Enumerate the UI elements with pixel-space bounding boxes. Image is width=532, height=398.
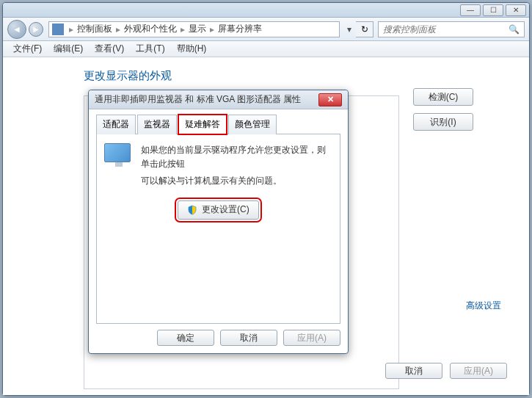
minimize-button[interactable]: — bbox=[460, 4, 481, 16]
address-dropdown-icon[interactable]: ▾ bbox=[343, 24, 356, 35]
side-panel: 检测(C) 识别(I) bbox=[413, 88, 509, 138]
breadcrumb-sep-icon: ▸ bbox=[208, 24, 216, 35]
detect-button[interactable]: 检测(C) bbox=[413, 88, 473, 106]
window-titlebar: — ☐ ✕ bbox=[3, 3, 529, 18]
maximize-button[interactable]: ☐ bbox=[483, 4, 503, 16]
monitor-icon bbox=[104, 143, 134, 170]
troubleshoot-text: 如果您的当前显示驱动程序允许您更改设置，则单击此按钮 可以解决与计算机显示有关的… bbox=[134, 143, 332, 314]
navigation-bar: ◄ ► ▸ 控制面板 ▸ 外观和个性化 ▸ 显示 ▸ 屏幕分辨率 ▾ ↻ 🔍 bbox=[3, 18, 529, 41]
tab-color-management[interactable]: 颜色管理 bbox=[228, 115, 277, 134]
tab-adapter[interactable]: 适配器 bbox=[96, 115, 136, 134]
tab-monitor[interactable]: 监视器 bbox=[137, 115, 177, 134]
dialog-title: 通用非即插即用监视器 和 标准 VGA 图形适配器 属性 bbox=[95, 93, 318, 106]
menu-bar: 文件(F) 编辑(E) 查看(V) 工具(T) 帮助(H) bbox=[3, 41, 529, 57]
refresh-button[interactable]: ↻ bbox=[356, 21, 374, 37]
tab-troubleshoot[interactable]: 疑难解答 bbox=[178, 115, 227, 134]
menu-file[interactable]: 文件(F) bbox=[7, 43, 48, 55]
breadcrumb-item[interactable]: 外观和个性化 bbox=[123, 23, 178, 35]
breadcrumb-item[interactable]: 控制面板 bbox=[76, 23, 114, 35]
dialog-button-row: 确定 取消 应用(A) bbox=[96, 324, 340, 346]
tab-content: 如果您的当前显示驱动程序允许您更改设置，则单击此按钮 可以解决与计算机显示有关的… bbox=[96, 134, 340, 324]
page-button-row: 取消 应用(A) bbox=[385, 363, 507, 379]
menu-view[interactable]: 查看(V) bbox=[89, 43, 130, 55]
page-title: 更改显示器的外观 bbox=[84, 69, 514, 83]
page-apply-button: 应用(A) bbox=[450, 363, 507, 379]
page-cancel-button[interactable]: 取消 bbox=[385, 363, 442, 379]
uac-shield-icon bbox=[187, 205, 197, 215]
menu-edit[interactable]: 编辑(E) bbox=[48, 43, 89, 55]
search-box[interactable]: 🔍 bbox=[378, 21, 525, 37]
dialog-ok-button[interactable]: 确定 bbox=[157, 330, 214, 346]
identify-button[interactable]: 识别(I) bbox=[413, 113, 473, 131]
dialog-body: 适配器 监视器 疑难解答 颜色管理 如果您的当前显示驱动程序允许您更改设置，则单… bbox=[89, 109, 348, 353]
properties-dialog: 通用非即插即用监视器 和 标准 VGA 图形适配器 属性 ✕ 适配器 监视器 疑… bbox=[88, 90, 349, 354]
dialog-titlebar: 通用非即插即用监视器 和 标准 VGA 图形适配器 属性 ✕ bbox=[89, 90, 348, 109]
breadcrumb-sep-icon: ▸ bbox=[67, 24, 76, 35]
search-input[interactable] bbox=[383, 24, 509, 35]
menu-tools[interactable]: 工具(T) bbox=[130, 43, 170, 55]
dialog-apply-button: 应用(A) bbox=[283, 330, 340, 346]
search-icon[interactable]: 🔍 bbox=[509, 24, 520, 35]
nav-back-button[interactable]: ◄ bbox=[7, 20, 26, 39]
change-settings-label: 更改设置(C) bbox=[202, 203, 249, 217]
nav-forward-button[interactable]: ► bbox=[29, 22, 43, 37]
breadcrumb-sep-icon: ▸ bbox=[178, 24, 187, 35]
help-line-1: 如果您的当前显示驱动程序允许您更改设置，则单击此按钮 bbox=[141, 143, 332, 171]
advanced-settings-link[interactable]: 高级设置 bbox=[466, 300, 501, 312]
close-button[interactable]: ✕ bbox=[506, 4, 526, 16]
breadcrumb-sep-icon: ▸ bbox=[114, 24, 123, 35]
address-bar[interactable]: ▸ 控制面板 ▸ 外观和个性化 ▸ 显示 ▸ 屏幕分辨率 bbox=[48, 21, 340, 37]
breadcrumb-item[interactable]: 屏幕分辨率 bbox=[216, 23, 263, 35]
help-line-2: 可以解决与计算机显示有关的问题。 bbox=[141, 174, 332, 188]
change-settings-button[interactable]: 更改设置(C) bbox=[178, 200, 259, 220]
menu-help[interactable]: 帮助(H) bbox=[171, 43, 213, 55]
dialog-close-button[interactable]: ✕ bbox=[318, 93, 342, 106]
control-panel-icon bbox=[52, 23, 64, 35]
breadcrumb-item[interactable]: 显示 bbox=[187, 23, 208, 35]
dialog-cancel-button[interactable]: 取消 bbox=[220, 330, 277, 346]
tab-row: 适配器 监视器 疑难解答 颜色管理 bbox=[96, 114, 340, 134]
